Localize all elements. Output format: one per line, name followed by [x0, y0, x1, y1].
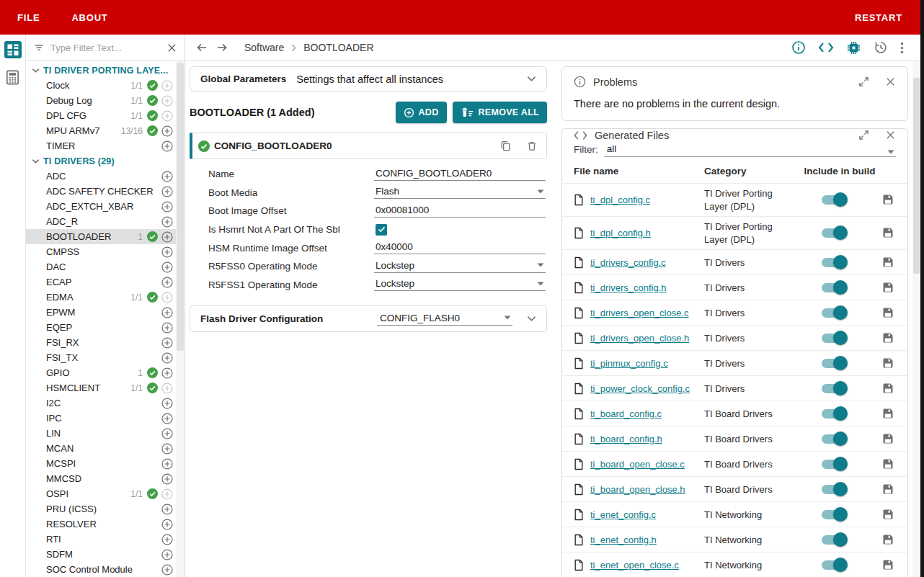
- add-instance-icon[interactable]: [161, 186, 173, 197]
- add-instance-icon[interactable]: [161, 322, 173, 334]
- sidebar-item-hsmclient[interactable]: HSMCLIENT1/1: [26, 380, 176, 395]
- instance-header[interactable]: CONFIG_BOOTLOADER0: [190, 133, 547, 159]
- save-file-icon[interactable]: [882, 227, 894, 238]
- info-icon[interactable]: [791, 40, 806, 55]
- include-in-build-toggle[interactable]: [822, 434, 845, 444]
- sidebar-item-adc-extch-xbar[interactable]: ADC_EXTCH_XBAR: [26, 199, 176, 214]
- generated-file-link[interactable]: ti_enet_open_close.c: [590, 560, 679, 571]
- sidebar-item-rti[interactable]: RTI: [26, 532, 176, 547]
- add-instance-icon[interactable]: [161, 171, 173, 182]
- add-instance-icon[interactable]: [161, 140, 173, 152]
- add-instance-icon[interactable]: [161, 261, 173, 273]
- add-instance-icon[interactable]: [161, 428, 173, 439]
- duplicate-instance-icon[interactable]: [499, 140, 512, 152]
- generated-file-link[interactable]: ti_power_clock_config.c: [590, 383, 690, 394]
- expand-icon[interactable]: [858, 76, 869, 87]
- chevron-down-icon[interactable]: [527, 316, 536, 322]
- sidebar-item-eqep[interactable]: EQEP: [26, 320, 176, 335]
- sidebar-item-ospi[interactable]: OSPI1/1: [26, 486, 176, 501]
- sidebar-item-clock[interactable]: Clock1/1: [26, 78, 176, 93]
- sidebar-item-debug-log[interactable]: Debug Log1/1: [26, 93, 176, 108]
- generated-file-link[interactable]: ti_drivers_config.h: [590, 282, 667, 293]
- menu-about[interactable]: ABOUT: [71, 12, 107, 23]
- sidebar-item-edma[interactable]: EDMA1/1: [26, 290, 176, 305]
- text-field[interactable]: 0x40000: [374, 241, 546, 254]
- add-button[interactable]: ADD: [396, 102, 447, 123]
- select-field[interactable]: Lockstep: [374, 278, 546, 291]
- add-instance-icon[interactable]: [161, 504, 173, 515]
- generated-file-link[interactable]: ti_board_open_close.c: [590, 459, 685, 470]
- include-in-build-toggle[interactable]: [822, 510, 845, 519]
- expand-icon[interactable]: [858, 130, 869, 140]
- flash-driver-config-select[interactable]: CONFIG_FLASH0: [377, 313, 512, 326]
- generated-file-link[interactable]: ti_board_open_close.h: [590, 484, 685, 495]
- add-instance-icon[interactable]: [161, 458, 173, 470]
- add-instance-icon[interactable]: [161, 367, 173, 379]
- generated-file-link[interactable]: ti_dpl_config.h: [590, 228, 651, 238]
- global-parameters-card[interactable]: Global Parameters Settings that affect a…: [190, 66, 547, 91]
- save-file-icon[interactable]: [882, 433, 894, 444]
- remove-all-button[interactable]: REMOVE ALL: [453, 102, 547, 123]
- delete-instance-icon[interactable]: [526, 140, 538, 152]
- add-instance-icon[interactable]: [161, 564, 173, 576]
- kebab-icon[interactable]: [900, 41, 904, 55]
- forward-arrow-icon[interactable]: [216, 41, 228, 54]
- include-in-build-toggle[interactable]: [822, 485, 845, 494]
- sidebar-item-dpl-cfg[interactable]: DPL CFG1/1: [26, 108, 176, 123]
- add-instance-icon[interactable]: [161, 231, 173, 243]
- add-instance-icon[interactable]: [161, 398, 173, 409]
- sidebar-item-soc-control-module[interactable]: SOC Control Module: [26, 562, 176, 577]
- save-file-icon[interactable]: [882, 282, 894, 293]
- save-file-icon[interactable]: [882, 408, 894, 419]
- save-file-icon[interactable]: [882, 534, 894, 545]
- include-in-build-toggle[interactable]: [822, 308, 845, 318]
- add-instance-icon[interactable]: [161, 277, 173, 288]
- sidebar-item-adc[interactable]: ADC: [26, 169, 176, 184]
- sidebar-item-i2c[interactable]: I2C: [26, 395, 176, 411]
- add-instance-icon[interactable]: [161, 549, 173, 560]
- add-instance-icon[interactable]: [161, 216, 173, 228]
- generated-file-link[interactable]: ti_drivers_open_close.h: [590, 333, 689, 344]
- include-in-build-toggle[interactable]: [822, 384, 845, 393]
- text-field[interactable]: 0x00081000: [374, 205, 546, 218]
- software-view-icon[interactable]: [4, 41, 22, 58]
- add-instance-icon[interactable]: [161, 413, 173, 424]
- sidebar-item-adc-r[interactable]: ADC_R: [26, 214, 176, 229]
- close-icon[interactable]: [885, 130, 896, 140]
- module-filter-input[interactable]: [50, 43, 161, 53]
- board-view-icon[interactable]: [4, 68, 22, 86]
- files-filter-select[interactable]: all: [604, 143, 896, 157]
- sidebar-item-ecap[interactable]: ECAP: [26, 274, 176, 290]
- include-in-build-toggle[interactable]: [822, 560, 845, 570]
- save-file-icon[interactable]: [882, 559, 894, 571]
- select-field[interactable]: Lockstep: [374, 260, 546, 273]
- save-file-icon[interactable]: [882, 357, 894, 369]
- generated-file-link[interactable]: ti_enet_config.c: [590, 509, 656, 520]
- save-file-icon[interactable]: [882, 256, 894, 268]
- save-file-icon[interactable]: [882, 194, 894, 205]
- add-instance-icon[interactable]: [161, 201, 173, 213]
- generated-file-link[interactable]: ti_drivers_config.c: [590, 257, 666, 268]
- select-field[interactable]: Flash: [374, 186, 546, 199]
- include-in-build-toggle[interactable]: [822, 535, 845, 545]
- sidebar-item-timer[interactable]: TIMER: [26, 138, 176, 153]
- right-scrollbar-thumb[interactable]: [913, 78, 920, 274]
- save-file-icon[interactable]: [882, 483, 894, 495]
- back-arrow-icon[interactable]: [195, 41, 208, 54]
- tree-section-ti-driver-porting-laye[interactable]: TI DRIVER PORTING LAYE...: [26, 63, 176, 78]
- sidebar-item-cmpss[interactable]: CMPSS: [26, 244, 176, 259]
- sidebar-item-mcan[interactable]: MCAN: [26, 441, 176, 456]
- save-file-icon[interactable]: [882, 332, 894, 344]
- add-instance-icon[interactable]: [161, 125, 173, 137]
- menu-file[interactable]: FILE: [17, 12, 40, 23]
- include-in-build-toggle[interactable]: [822, 258, 845, 267]
- sidebar-item-sdfm[interactable]: SDFM: [26, 547, 176, 562]
- menu-restart[interactable]: RESTART: [855, 12, 902, 23]
- breadcrumb-software[interactable]: Software: [244, 42, 284, 53]
- add-instance-icon[interactable]: [161, 352, 173, 364]
- sidebar-item-mpu-armv7[interactable]: MPU ARMv713/16: [26, 123, 176, 138]
- save-file-icon[interactable]: [882, 509, 894, 520]
- sidebar-scrollbar[interactable]: [176, 61, 185, 577]
- include-in-build-toggle[interactable]: [822, 228, 845, 238]
- sidebar-item-mcspi[interactable]: MCSPI: [26, 456, 176, 471]
